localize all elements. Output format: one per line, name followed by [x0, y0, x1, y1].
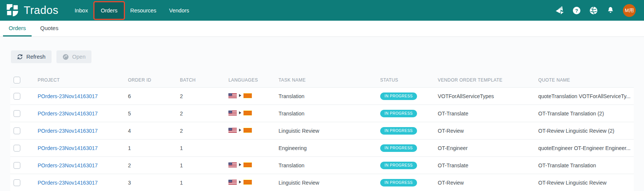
table-body: POrders-23Nov14163017 6 2	[10, 87, 634, 191]
order-id-value: 6	[125, 93, 177, 99]
open-button[interactable]: Open	[56, 50, 91, 63]
row-checkbox[interactable]	[14, 110, 20, 117]
table-row[interactable]: POrders-23Nov14163017 3 1	[10, 174, 634, 191]
language-pair	[228, 93, 252, 98]
task-name-value: Translation	[275, 111, 377, 117]
batch-value: 1	[177, 145, 225, 151]
column-header-status[interactable]: STATUS	[377, 77, 434, 83]
nav-item-orders[interactable]: Orders	[94, 2, 124, 19]
vendor-order-template-value: OT-Translate	[434, 111, 535, 117]
us-flag-icon	[228, 128, 237, 133]
language-pair	[228, 162, 252, 167]
project-link[interactable]: POrders-23Nov14163017	[38, 128, 98, 134]
task-name-value: Translation	[275, 162, 377, 168]
order-id-value: 1	[125, 145, 177, 151]
table-row[interactable]: POrders-23Nov14163017 1 1	[10, 139, 634, 156]
order-id-value: 4	[125, 128, 177, 134]
column-header-order-id[interactable]: ORDER ID	[125, 77, 177, 83]
quote-name-value: quoteEngineer OT-Engineer Engineer...	[535, 145, 634, 151]
batch-value: 1	[177, 180, 225, 186]
language-direction-arrow-icon	[239, 163, 241, 166]
project-link[interactable]: POrders-23Nov14163017	[38, 180, 98, 186]
catalonia-flag-icon	[244, 111, 252, 115]
row-checkbox[interactable]	[14, 93, 20, 100]
status-badge: IN PROGRESS	[380, 162, 417, 169]
catalonia-flag-icon	[244, 93, 252, 98]
refresh-icon	[17, 54, 23, 60]
us-flag-icon	[228, 111, 237, 115]
status-badge: IN PROGRESS	[380, 110, 417, 117]
select-all-checkbox[interactable]	[14, 77, 20, 83]
table-row[interactable]: POrders-23Nov14163017 4 2	[10, 122, 634, 139]
task-name-value: Linguistic Review	[275, 180, 377, 186]
catalonia-flag-icon	[244, 180, 252, 185]
project-link[interactable]: POrders-23Nov14163017	[38, 145, 98, 151]
trados-logo[interactable]: Trados	[5, 3, 58, 18]
orders-table: PROJECT ORDER ID BATCH LANGUAGES TASK NA…	[10, 73, 634, 191]
quote-name-value: OT-Translate Translation	[535, 162, 634, 168]
column-header-languages[interactable]: LANGUAGES	[225, 77, 275, 83]
vendor-order-template-value: OT-Engineer	[434, 145, 535, 151]
us-flag-icon	[228, 93, 237, 98]
table-row[interactable]: POrders-23Nov14163017 2 1	[10, 156, 634, 174]
trados-logo-icon	[5, 3, 20, 18]
open-button-label: Open	[72, 54, 85, 60]
language-direction-arrow-icon	[239, 111, 241, 114]
task-name-value: Engineering	[275, 145, 377, 151]
status-badge: IN PROGRESS	[380, 92, 417, 100]
table-row[interactable]: POrders-23Nov14163017 6 2	[10, 87, 634, 105]
language-pair	[228, 128, 252, 133]
column-header-task-name[interactable]: TASK NAME	[275, 77, 377, 83]
quote-name-value: OT-Review Linguistic Review (2)	[535, 128, 634, 134]
globe-icon[interactable]	[589, 6, 598, 15]
refresh-button[interactable]: Refresh	[11, 50, 52, 63]
column-header-project[interactable]: PROJECT	[34, 77, 125, 83]
tab-orders[interactable]: Orders	[3, 21, 32, 36]
quote-name-value: OT-Review Linguistic Review	[535, 180, 634, 186]
table-header-row: PROJECT ORDER ID BATCH LANGUAGES TASK NA…	[10, 73, 634, 87]
nav-item-inbox[interactable]: Inbox	[68, 2, 94, 19]
status-badge: IN PROGRESS	[380, 127, 417, 135]
column-header-batch[interactable]: BATCH	[177, 77, 225, 83]
row-checkbox[interactable]	[14, 145, 20, 152]
us-flag-icon	[228, 162, 237, 167]
nav-item-resources[interactable]: Resources	[124, 2, 163, 19]
catalonia-flag-icon	[244, 128, 252, 133]
batch-value: 2	[177, 111, 225, 117]
task-name-value: Linguistic Review	[275, 128, 377, 134]
user-avatar[interactable]: M用	[623, 4, 636, 17]
language-pair	[228, 180, 252, 185]
tab-quotes[interactable]: Quotes	[35, 21, 64, 36]
bell-icon[interactable]	[606, 6, 615, 15]
status-badge: IN PROGRESS	[380, 179, 417, 186]
language-direction-arrow-icon	[239, 129, 241, 132]
column-header-quote-name[interactable]: QUOTE NAME	[535, 77, 634, 83]
row-checkbox[interactable]	[14, 162, 20, 169]
us-flag-icon	[228, 180, 237, 185]
orders-tabbar: Orders Quotes	[0, 21, 644, 37]
refresh-button-label: Refresh	[26, 54, 46, 60]
svg-text:?: ?	[575, 8, 578, 13]
language-direction-arrow-icon	[239, 180, 241, 183]
quote-name-value: OT-Translate Translation (2)	[535, 111, 634, 117]
language-pair	[228, 111, 252, 115]
project-link[interactable]: POrders-23Nov14163017	[38, 93, 98, 99]
help-icon[interactable]: ?	[572, 6, 581, 15]
main-nav: Inbox Orders Resources Vendors	[68, 0, 195, 21]
row-checkbox[interactable]	[14, 127, 20, 134]
project-link[interactable]: POrders-23Nov14163017	[38, 111, 98, 117]
orders-toolbar: Refresh Open	[11, 50, 644, 63]
top-navbar: Trados Inbox Orders Resources Vendors ?	[0, 0, 644, 21]
whats-new-icon[interactable]	[555, 6, 564, 15]
batch-value: 2	[177, 128, 225, 134]
project-link[interactable]: POrders-23Nov14163017	[38, 162, 98, 168]
column-header-vendor-order-template[interactable]: VENDOR ORDER TEMPLATE	[434, 77, 535, 83]
order-id-value: 5	[125, 111, 177, 117]
language-direction-arrow-icon	[239, 94, 241, 97]
nav-item-vendors[interactable]: Vendors	[163, 2, 195, 19]
table-row[interactable]: POrders-23Nov14163017 5 2	[10, 105, 634, 122]
order-id-value: 3	[125, 180, 177, 186]
batch-value: 1	[177, 162, 225, 168]
row-checkbox[interactable]	[14, 179, 20, 186]
navbar-actions: ? M用	[555, 4, 644, 17]
